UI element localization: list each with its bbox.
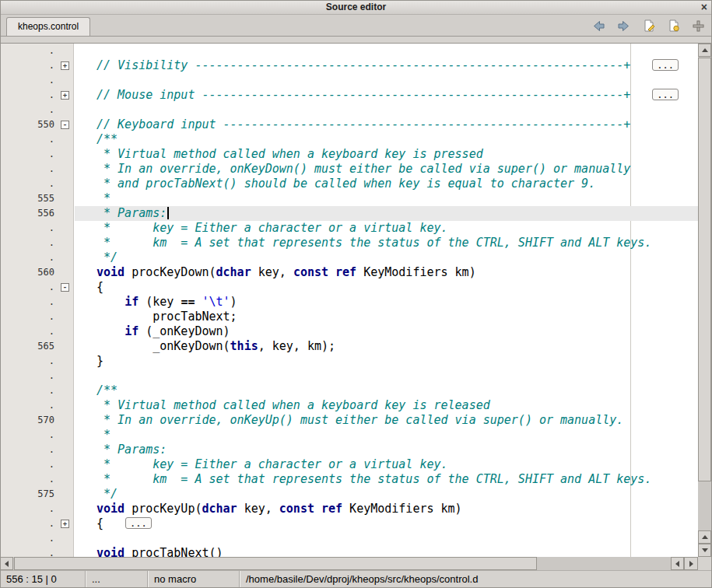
- status-bar: 556 : 15 | 0 ... no macro /home/basile/D…: [0, 570, 712, 588]
- detach-editor-button[interactable]: [691, 19, 706, 33]
- code-line[interactable]: . * Virtual method called when a keyboar…: [0, 398, 698, 413]
- code-line[interactable]: 555 *: [0, 191, 698, 206]
- vertical-scroll-thumb[interactable]: [698, 58, 711, 481]
- code-text: }: [96, 354, 103, 369]
- code-line[interactable]: .void procKeyUp(dchar key, const ref Key…: [0, 502, 698, 516]
- line-number: 550: [0, 117, 54, 132]
- code-text: procTabNext;: [96, 310, 237, 324]
- code-text: * In an override, onKeyDown() must eithe…: [96, 162, 630, 177]
- line-number: 575: [0, 487, 54, 502]
- code-line[interactable]: .: [0, 73, 698, 88]
- code-line[interactable]: .+// Visibility ------------------------…: [0, 58, 698, 73]
- line-number: .: [0, 132, 54, 147]
- left-arrow-icon: [5, 561, 9, 567]
- fold-collapse-icon[interactable]: -: [61, 283, 69, 292]
- code-line[interactable]: . *: [0, 428, 698, 443]
- scrollbar-corner: [698, 557, 712, 570]
- code-text: /**: [96, 132, 117, 147]
- collapsed-fold-ellipsis[interactable]: ...: [652, 89, 679, 100]
- back-arrow-icon: [592, 20, 605, 32]
- add-document-button[interactable]: [666, 19, 681, 33]
- tab-kheops-control[interactable]: kheops.control: [6, 17, 90, 36]
- line-number: .: [0, 221, 54, 236]
- horizontal-scrollbar[interactable]: [0, 557, 698, 570]
- fold-expand-icon[interactable]: +: [61, 61, 69, 70]
- line-number: .: [0, 383, 54, 398]
- code-line[interactable]: . * km = A set that represents the statu…: [0, 236, 698, 250]
- edit-document-button[interactable]: [641, 19, 656, 33]
- go-forward-button[interactable]: [616, 19, 631, 33]
- code-text: if (key == '\t'): [96, 295, 237, 310]
- code-line[interactable]: 565 _onKeyDown(this, key, km);: [0, 339, 698, 354]
- line-number: .: [0, 147, 54, 162]
- code-text: if (_onKeyDown): [96, 324, 230, 339]
- down-arrow-icon: [702, 548, 708, 552]
- code-line[interactable]: .: [0, 44, 698, 58]
- vertical-scrollbar[interactable]: [698, 44, 711, 557]
- line-number: .: [0, 369, 54, 383]
- code-line[interactable]: . * and procTabNext() should be called w…: [0, 177, 698, 191]
- horizontal-scroll-thumb[interactable]: [14, 557, 537, 570]
- collapsed-fold-ellipsis[interactable]: ...: [125, 517, 152, 529]
- collapsed-fold-ellipsis[interactable]: ...: [652, 59, 679, 71]
- code-line[interactable]: 560void procKeyDown(dchar key, const ref…: [0, 265, 698, 280]
- fold-collapse-icon[interactable]: -: [61, 121, 69, 129]
- scroll-left-button[interactable]: [0, 557, 13, 570]
- scroll-right-button[interactable]: [684, 557, 698, 570]
- macro-status: no macro: [148, 571, 240, 588]
- code-line[interactable]: .}: [0, 354, 698, 369]
- code-line[interactable]: . * Params:: [0, 443, 698, 457]
- code-line[interactable]: .: [0, 103, 698, 117]
- line-number: .: [0, 103, 54, 117]
- code-text: /**: [96, 383, 117, 398]
- scroll-down-button[interactable]: [698, 544, 711, 557]
- code-line[interactable]: 570 * In an override, onKeyUp() must eit…: [0, 413, 698, 428]
- document-pencil-icon: [643, 19, 655, 32]
- close-button[interactable]: ×: [701, 0, 707, 14]
- code-line[interactable]: 575 */: [0, 487, 698, 502]
- line-number: .: [0, 310, 54, 324]
- code-line[interactable]: . procTabNext;: [0, 310, 698, 324]
- code-line[interactable]: ./**: [0, 383, 698, 398]
- code-line[interactable]: . if (_onKeyDown): [0, 324, 698, 339]
- code-text: * Params:: [96, 206, 169, 221]
- go-back-button[interactable]: [591, 19, 606, 33]
- scroll-up-button-bottom[interactable]: [698, 530, 711, 544]
- code-line[interactable]: 550-// Keyboard input ------------------…: [0, 117, 698, 132]
- line-number: .: [0, 58, 54, 73]
- code-line[interactable]: .: [0, 531, 698, 546]
- code-line[interactable]: .: [0, 369, 698, 383]
- code-line[interactable]: .+// Mouse input -----------------------…: [0, 88, 698, 103]
- line-number: .: [0, 443, 54, 457]
- code-line[interactable]: . * key = Either a character or a virtua…: [0, 221, 698, 236]
- code-line[interactable]: . */: [0, 250, 698, 265]
- line-number: .: [0, 324, 54, 339]
- line-number: .: [0, 162, 54, 177]
- titlebar[interactable]: Source editor ×: [0, 0, 712, 15]
- code-line[interactable]: . if (key == '\t'): [0, 295, 698, 310]
- source-editor[interactable]: ..+// Visibility -----------------------…: [0, 44, 698, 557]
- line-number: .: [0, 280, 54, 295]
- code-text: *: [96, 428, 110, 443]
- code-line[interactable]: . * Virtual method called when a keyboar…: [0, 147, 698, 162]
- code-line[interactable]: 556 * Params:: [0, 206, 698, 221]
- fold-expand-icon[interactable]: +: [61, 520, 69, 528]
- line-number: .: [0, 531, 54, 546]
- code-line[interactable]: .+{...: [0, 516, 698, 531]
- code-line[interactable]: ./**: [0, 132, 698, 147]
- scroll-up-button[interactable]: [698, 44, 711, 57]
- code-line[interactable]: .-{: [0, 280, 698, 295]
- line-number: 555: [0, 191, 54, 206]
- code-line[interactable]: .void procTabNext(): [0, 546, 698, 557]
- fold-expand-icon[interactable]: +: [61, 91, 69, 100]
- forward-arrow-icon: [617, 20, 630, 32]
- code-text: // Keyboard input ----------------------…: [96, 117, 630, 132]
- scroll-left-button-right[interactable]: [671, 557, 684, 570]
- code-line[interactable]: . * In an override, onKeyDown() must eit…: [0, 162, 698, 177]
- code-line[interactable]: . * key = Either a character or a virtua…: [0, 457, 698, 472]
- code-text: */: [96, 250, 117, 265]
- right-arrow-icon: [689, 561, 693, 567]
- line-number: .: [0, 88, 54, 103]
- code-line[interactable]: . * km = A set that represents the statu…: [0, 472, 698, 487]
- code-text: * In an override, onKeyUp() must either …: [96, 413, 623, 428]
